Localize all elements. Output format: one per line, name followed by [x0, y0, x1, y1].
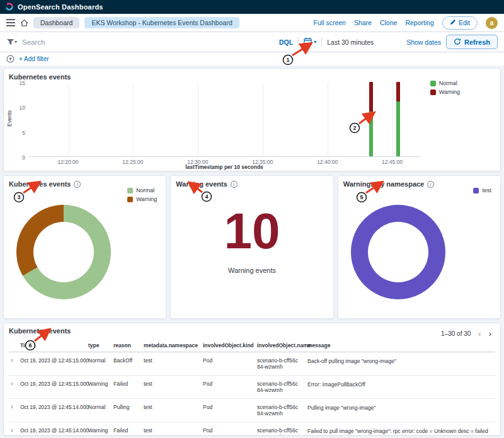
cell-type: Warning [88, 381, 111, 387]
legend-label: Normal [136, 187, 154, 193]
cell-reason: BackOff [113, 357, 141, 364]
legend-item[interactable]: Warning [430, 89, 460, 95]
panel-title: Kubernetes events [9, 180, 71, 188]
breadcrumb-dashboard[interactable]: Dashboard [33, 17, 79, 28]
cell-message: Error: ImagePullBackOff [307, 381, 495, 388]
saved-query-filter-icon[interactable] [6, 38, 17, 45]
add-filter-button[interactable]: + Add filter [19, 55, 49, 62]
column-header-reason[interactable]: reason [113, 342, 141, 349]
divider [321, 37, 322, 47]
calendar-icon [304, 37, 312, 48]
share-link[interactable]: Share [354, 19, 372, 26]
legend-label: Warning [439, 89, 460, 95]
cell-namespace: test [144, 381, 200, 387]
cell-time: Oct 19, 2023 @ 12:45:15.000 [20, 381, 86, 387]
column-header-time[interactable]: Time↓ [20, 342, 86, 349]
y-tick-label: 15 [13, 80, 25, 86]
info-icon[interactable] [74, 181, 81, 188]
nav-bar: Dashboard EKS Workshop - Kubernetes Even… [0, 14, 504, 32]
time-range-value[interactable]: Last 30 minutes [327, 38, 374, 46]
histogram-bar-normal[interactable] [369, 112, 373, 156]
expand-row-icon[interactable] [9, 427, 18, 433]
panel-row: Kubernetes events NormalWarning Warning … [3, 175, 501, 319]
warning-count-value: 10 [171, 206, 333, 256]
cell-reason: Failed [113, 427, 141, 434]
y-tick-label: 10 [13, 105, 25, 111]
expand-row-icon[interactable] [9, 404, 18, 410]
filter-options-icon[interactable] [6, 55, 14, 63]
histogram-bar-normal[interactable] [396, 101, 400, 156]
legend-item[interactable]: Warning [127, 196, 157, 202]
pagination-range: 1–30 of 30 [441, 330, 471, 337]
info-icon[interactable] [427, 181, 434, 188]
namespace-donut-chart[interactable] [351, 205, 445, 299]
refresh-icon [454, 38, 461, 47]
show-dates-link[interactable]: Show dates [406, 38, 441, 46]
histogram-legend: NormalWarning [430, 80, 460, 95]
avatar[interactable]: a [486, 17, 498, 29]
cell-message: Pulling image "wrong-image" [307, 404, 495, 412]
dql-button[interactable]: DQL [279, 38, 293, 46]
full-screen-link[interactable]: Full screen [314, 19, 346, 26]
cell-time: Oct 19, 2023 @ 12:45:14.000 [20, 427, 86, 434]
panel-kubernetes-events-histogram: Kubernetes events NormalWarning Events 1… [3, 68, 501, 171]
menu-icon[interactable] [6, 19, 15, 26]
events-donut-chart[interactable] [16, 205, 111, 299]
expand-row-icon[interactable] [9, 381, 18, 386]
cell-message: Back-off pulling image "wrong-image" [307, 357, 495, 365]
cell-reason: Pulling [113, 404, 141, 410]
column-header-namespace[interactable]: metadata.namespace [144, 342, 200, 349]
gridline [133, 83, 134, 156]
y-tick-label: 0 [13, 154, 25, 161]
metric: 10 Warning events [171, 206, 333, 274]
app-title: OpenSearch Dashboards [18, 3, 103, 11]
divider [298, 37, 299, 47]
expand-row-icon[interactable] [9, 357, 18, 363]
edit-button[interactable]: Edit [442, 16, 478, 30]
cell-time: Oct 19, 2023 @ 12:45:14.000 [20, 404, 86, 410]
gridline [198, 83, 198, 156]
cell-type: Normal [88, 357, 111, 364]
legend-item[interactable]: Normal [127, 187, 157, 193]
metric-caption: Warning events [171, 267, 333, 274]
cell-message: Failed to pull image "wrong-image": rpc … [307, 427, 495, 435]
legend-swatch [127, 188, 133, 193]
y-axis-label: Events [6, 110, 13, 127]
info-icon[interactable] [231, 181, 238, 188]
column-header-kind[interactable]: involvedObject.kind [203, 342, 255, 349]
cell-namespace: test [144, 357, 200, 364]
column-header-message[interactable]: message [307, 342, 495, 349]
column-header-name[interactable]: involvedObject.name [257, 342, 305, 349]
legend-item[interactable]: Normal [430, 80, 460, 86]
global-header: OpenSearch Dashboards [0, 0, 504, 14]
histogram-bar-warning[interactable] [396, 82, 400, 101]
cell-type: Normal [88, 404, 111, 410]
histogram-bar-warning[interactable] [369, 82, 373, 112]
refresh-button[interactable]: Refresh [446, 35, 498, 49]
search-input[interactable] [22, 38, 274, 46]
panel-title: Kubernetes events [9, 327, 495, 335]
gridline [328, 83, 328, 156]
panel-title: Warnings by namespace [343, 180, 425, 188]
legend-item[interactable]: test [473, 187, 491, 193]
date-picker-button[interactable] [304, 37, 316, 48]
home-icon[interactable] [20, 19, 28, 27]
cell-type: Warning [88, 427, 111, 434]
nav-actions: Full screen Share Clone Reporting Edit a [314, 16, 498, 30]
table-row: Oct 19, 2023 @ 12:45:15.000NormalBackOff… [9, 352, 495, 376]
namespace-legend: test [473, 187, 491, 193]
reporting-link[interactable]: Reporting [405, 19, 434, 26]
breadcrumb-current-dashboard[interactable]: EKS Workshop - Kubernetes Events Dashboa… [84, 17, 239, 28]
legend-swatch [127, 197, 133, 202]
prev-page-icon[interactable] [478, 330, 481, 338]
table-row: Oct 19, 2023 @ 12:45:15.000WarningFailed… [9, 376, 495, 399]
legend-label: test [482, 187, 491, 193]
dashboard-content: Kubernetes events NormalWarning Events 1… [0, 66, 504, 438]
column-header-type[interactable]: type [88, 342, 111, 349]
table-body: Oct 19, 2023 @ 12:45:15.000NormalBackOff… [9, 352, 495, 435]
cell-kind: Pod [203, 404, 255, 410]
legend-swatch [430, 81, 436, 86]
clone-link[interactable]: Clone [380, 19, 397, 26]
next-page-icon[interactable] [489, 330, 491, 338]
panel-warnings-by-namespace: Warnings by namespace test [338, 175, 501, 319]
